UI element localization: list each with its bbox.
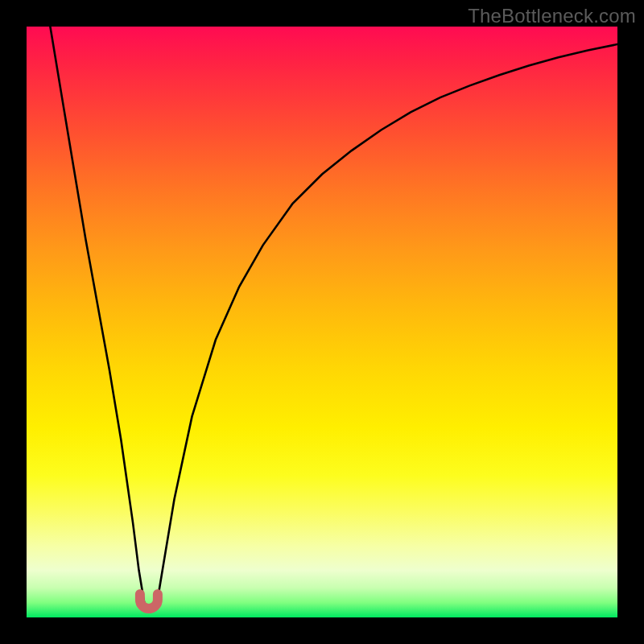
bottleneck-curve [50,27,617,612]
watermark-text: TheBottleneck.com [468,5,636,27]
optimal-range-marker [140,594,158,609]
chart-frame: TheBottleneck.com [0,0,644,644]
plot-area [27,27,617,617]
curve-layer [27,27,617,617]
